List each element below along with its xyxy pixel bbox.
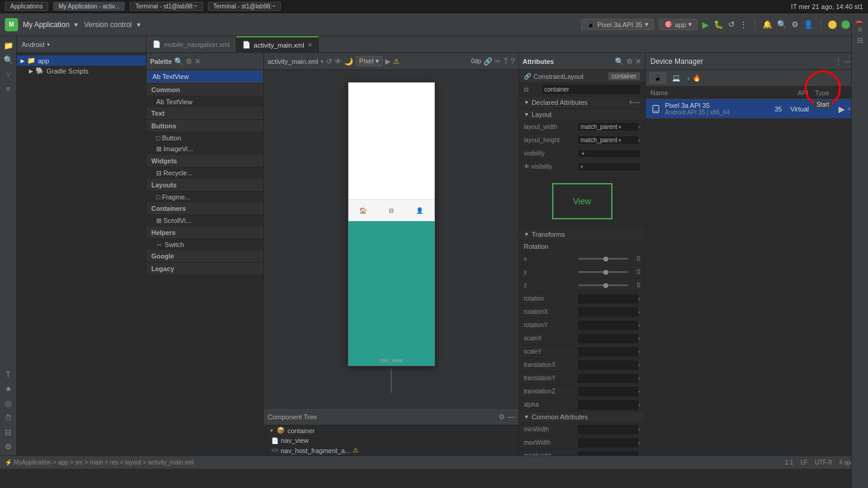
tab-activity-main[interactable]: 📄 activity_main.xml ✕ — [236, 36, 319, 53]
left-icon-git[interactable]: ⑂ — [2, 67, 15, 81]
close-tab-btn[interactable]: ✕ — [307, 42, 312, 48]
dm-play-btn-0[interactable]: ▶ — [838, 104, 845, 114]
attr-settings-icon[interactable]: ⚙ — [626, 57, 633, 66]
left-icon-star[interactable]: ★ — [2, 382, 15, 395]
design-cut-icon[interactable]: ✂ — [495, 57, 501, 66]
palette-item-scrollview[interactable]: ⊞ ScrollVi... — [146, 215, 263, 227]
declared-add-icon[interactable]: + — [629, 98, 633, 107]
left-icon-folder[interactable]: 📁 — [2, 39, 15, 52]
os-tab-terminal1[interactable]: Terminal - st1@lab98:~ — [130, 2, 203, 11]
left-icon-tool1[interactable]: T — [2, 368, 15, 381]
attr-close-icon[interactable]: ✕ — [635, 57, 641, 66]
translationX-input[interactable] — [578, 360, 638, 370]
layout-width-value[interactable]: match_parent ▾ — [578, 123, 638, 131]
palette-cat-google[interactable]: Google — [146, 250, 263, 263]
design-pixel-btn[interactable]: Pixel ▾ — [356, 56, 383, 66]
x-thumb[interactable] — [603, 257, 608, 261]
alpha-link[interactable]: ▪ — [638, 402, 640, 408]
os-tab-applications[interactable]: Applications — [5, 2, 48, 11]
rotationX-input[interactable] — [578, 307, 638, 317]
translationZ-link[interactable]: ▪ — [638, 389, 640, 395]
comp-item-navhost[interactable]: <> nav_host_fragment_a... ⚠ — [264, 445, 518, 455]
visibility2-arrow[interactable]: ▾ — [580, 164, 583, 170]
visibility-arrow[interactable]: ▾ — [582, 151, 585, 157]
palette-cat-buttons[interactable]: Buttons — [146, 120, 263, 133]
attr-section-layout-header[interactable]: ▼ Layout — [519, 109, 645, 120]
design-night-icon[interactable]: 🌙 — [344, 57, 353, 66]
attr-search-icon[interactable]: 🔍 — [615, 57, 624, 66]
attr-id-input[interactable] — [542, 85, 640, 94]
design-warn-icon[interactable]: ⚠ — [393, 57, 400, 66]
maxWidth-input[interactable] — [578, 438, 638, 448]
rotation-input[interactable] — [578, 294, 638, 304]
layout-height-link[interactable]: ▪ — [638, 137, 640, 143]
palette-cat-text[interactable]: Text — [146, 107, 263, 120]
dm-physical-btn[interactable]: 📱 — [649, 72, 666, 84]
minHeight-link[interactable]: ▪ — [638, 453, 640, 456]
scaleY-link[interactable]: ▪ — [638, 349, 640, 355]
rotationY-link[interactable]: ▪ — [638, 322, 640, 328]
tree-item-gradle[interactable]: ▶ 🐘 Gradle Scripts — [17, 66, 146, 76]
visibility-value[interactable]: ▾ — [578, 150, 640, 157]
design-text-icon[interactable]: T — [503, 57, 508, 66]
design-nav-icon[interactable]: ▶ — [385, 57, 391, 66]
minimize-btn[interactable] — [828, 20, 837, 29]
layout-width-arrow[interactable]: ▾ — [618, 124, 621, 130]
more-options-btn[interactable]: ⋮ — [740, 20, 747, 29]
design-eye-icon[interactable]: 👁 — [335, 57, 342, 66]
search-btn[interactable]: 🔍 — [777, 20, 787, 29]
translationY-input[interactable] — [578, 374, 638, 383]
dm-add-btn[interactable]: + — [687, 75, 690, 82]
palette-cat-helpers[interactable]: Helpers — [146, 227, 263, 239]
scaleX-link[interactable]: ▪ — [638, 336, 640, 342]
layout-width-link[interactable]: ▪ — [638, 124, 640, 130]
pixel-device-btn[interactable]: 📱 Pixel 3a API 35 ▾ — [581, 19, 654, 30]
attr-section-common-header[interactable]: ▼ Common Attributes — [519, 411, 645, 423]
tree-item-app[interactable]: ▶ 📁 app — [17, 55, 146, 66]
palette-item-textview[interactable]: Ab TextView — [148, 71, 262, 82]
palette-search-icon[interactable]: 🔍 — [174, 57, 183, 66]
minHeight-input[interactable] — [578, 451, 638, 456]
palette-cat-layouts[interactable]: Layouts — [146, 179, 263, 192]
palette-item-recycler[interactable]: ⊟ Recycle... — [146, 167, 263, 179]
os-tab-myapp[interactable]: My Application - activ... — [53, 2, 125, 11]
y-slider[interactable] — [578, 271, 628, 273]
palette-item-textview-2[interactable]: Ab TextView — [146, 96, 263, 107]
translationY-link[interactable]: ▪ — [638, 375, 640, 381]
palette-item-fragment[interactable]: □ Fragme... — [146, 192, 263, 202]
comp-tree-close[interactable]: — — [508, 413, 515, 421]
palette-cat-common[interactable]: Common — [146, 84, 263, 96]
translationZ-input[interactable] — [578, 387, 638, 396]
design-link-icon[interactable]: 🔗 — [483, 57, 492, 66]
palette-close-icon[interactable]: ✕ — [195, 57, 201, 66]
design-help-icon[interactable]: ? — [511, 57, 515, 66]
left-icon-structure[interactable]: ≡ — [2, 82, 15, 95]
left-icon-terminal[interactable]: ⊟ — [2, 425, 15, 439]
attr-section-transforms-header[interactable]: ▼ Transforms — [519, 229, 645, 240]
design-refresh-icon[interactable]: ↺ — [326, 57, 332, 66]
os-tab-terminal2[interactable]: Terminal - st1@lab98:~ — [208, 2, 281, 11]
z-thumb[interactable] — [603, 283, 608, 288]
x-slider[interactable] — [578, 258, 628, 260]
design-0dp-btn[interactable]: 0dp — [471, 58, 482, 64]
app-dropdown-btn[interactable]: 🎯 app ▾ — [659, 19, 697, 30]
dm-header-more[interactable]: ⋮ — [835, 57, 842, 66]
layout-height-value[interactable]: match_parent ▾ — [578, 136, 638, 144]
left-icon-profiler[interactable]: ⏱ — [2, 411, 15, 424]
account-btn[interactable]: 👤 — [804, 20, 813, 29]
rotation-link[interactable]: ▪ — [638, 296, 640, 302]
settings-btn[interactable]: ⚙ — [791, 20, 799, 29]
left-icon-nav[interactable]: ◎ — [2, 396, 15, 410]
maximize-btn[interactable] — [841, 20, 850, 29]
palette-item-switch[interactable]: ↔ Switch — [146, 239, 263, 250]
palette-cat-widgets[interactable]: Widgets — [146, 155, 263, 167]
scaleY-input[interactable] — [578, 347, 638, 357]
run-button[interactable]: ▶ — [702, 20, 709, 30]
dm-fire-icon[interactable]: 🔥 — [693, 74, 701, 82]
tab-mobile-nav[interactable]: 📄 mobile_navigation.xml — [146, 36, 236, 53]
scaleX-input[interactable] — [578, 334, 638, 343]
refresh-button[interactable]: ↺ — [728, 20, 735, 29]
left-icon-settings[interactable]: ⚙ — [2, 440, 15, 453]
notification-btn[interactable]: 🔔 — [763, 20, 772, 29]
maxWidth-link[interactable]: ▪ — [638, 440, 640, 446]
